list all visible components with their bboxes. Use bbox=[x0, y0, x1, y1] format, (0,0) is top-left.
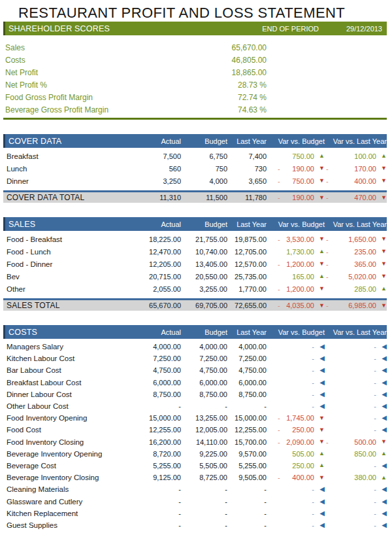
score-row[interactable]: Net Profit % 28.73 % bbox=[0, 78, 392, 91]
var-vs-budget-cell: - 2,090.00 ▼ bbox=[267, 438, 325, 446]
table-row[interactable]: Guest Supplies - - - - ◀ - ◀ bbox=[3, 519, 387, 531]
var-vs-last-year-cell: - 470.00 ▼ bbox=[325, 194, 387, 201]
trend-icon: ▲ bbox=[380, 286, 387, 292]
var-value: 470.00 bbox=[331, 194, 376, 201]
table-row[interactable]: Dinner 3,250 4,000 3,650 - 750.00 ▼ - 40… bbox=[3, 175, 387, 187]
minus-sign: - bbox=[278, 474, 282, 481]
table-row[interactable]: Beverage Inventory Closing 9,125.00 8,72… bbox=[3, 472, 387, 483]
last-year-value: 9,570.00 bbox=[227, 450, 267, 458]
table-row[interactable]: Bev 20,715.00 20,550.00 25,735.00 165.00… bbox=[3, 270, 387, 283]
score-row[interactable]: Sales 65,670.00 bbox=[0, 41, 392, 54]
actual-value: 7,250.00 bbox=[132, 355, 181, 362]
var-vs-last-year-cell: - ◀ bbox=[325, 521, 387, 529]
var-value: 1,730.00 bbox=[282, 248, 314, 256]
trend-icon: ▼ bbox=[380, 273, 387, 279]
table-row[interactable]: Dinner Labour Cost 8,750.00 8,750.00 8,7… bbox=[3, 389, 387, 400]
table-row[interactable]: Food - Breakfast 18,225.00 21,755.00 19,… bbox=[3, 233, 387, 245]
sales-total-row[interactable]: SALES TOTAL 65,670.00 69,705.00 72,655.0… bbox=[3, 298, 387, 311]
column-header-var-vs-last-year: Var vs. Last Year bbox=[325, 328, 387, 336]
trend-icon: ▼ bbox=[318, 475, 325, 481]
row-label: Food Inventory Closing bbox=[5, 438, 132, 446]
var-vs-budget-cell: - 750.00 ▼ bbox=[267, 177, 325, 185]
shareholder-scores-header: SHAREHOLDER SCORES END OF PERIOD 29/12/2… bbox=[3, 22, 387, 35]
row-label: Kitchen Replacement bbox=[5, 510, 132, 517]
trend-icon: ▼ bbox=[318, 165, 325, 171]
table-row[interactable]: Breakfast 7,500 6,750 7,400 750.00 ▲ 100… bbox=[3, 150, 387, 162]
var-vs-last-year-cell: 100.00 ▲ bbox=[325, 152, 387, 160]
score-label: Net Profit bbox=[0, 68, 38, 77]
actual-value: 12,470.00 bbox=[132, 248, 181, 256]
trend-icon: ▼ bbox=[318, 427, 325, 433]
table-row[interactable]: Food Inventory Opening 15,000.00 13,255.… bbox=[3, 412, 387, 424]
trend-icon: ◀ bbox=[318, 355, 325, 362]
minus-sign: - bbox=[278, 194, 282, 201]
table-row[interactable]: Lunch 560 750 730 - 190.00 ▼ - 170.00 ▼ bbox=[3, 162, 387, 175]
budget-value: 13,255.00 bbox=[181, 414, 227, 422]
end-of-period-label: END OF PERIOD bbox=[247, 25, 319, 33]
minus-sign: - bbox=[326, 177, 331, 185]
last-year-value: 8,750.00 bbox=[227, 390, 267, 398]
last-year-value: 6,000.00 bbox=[227, 379, 267, 387]
table-row[interactable]: Kitchen Labour Cost 7,250.00 7,250.00 7,… bbox=[3, 353, 387, 364]
minus-sign: - bbox=[278, 235, 282, 243]
actual-value: 4,000.00 bbox=[132, 343, 181, 351]
statement-tables: COVER DATA Actual Budget Last Year Var v… bbox=[0, 134, 392, 531]
score-value: 46,805.00 bbox=[232, 56, 267, 65]
cover-data-total-row[interactable]: COVER DATA TOTAL 11,310 11,500 11,780 - … bbox=[3, 190, 387, 203]
table-row[interactable]: Kitchen Replacement - - - - ◀ - ◀ bbox=[3, 508, 387, 519]
var-value: 2,090.00 bbox=[282, 438, 314, 446]
score-label: Sales bbox=[0, 43, 25, 52]
last-year-value: - bbox=[227, 402, 267, 410]
table-row[interactable]: Managers Salary 4,000.00 4,000.00 4,000.… bbox=[3, 341, 387, 353]
row-label: Dinner bbox=[5, 177, 132, 185]
table-row[interactable]: Cleaning Materials - - - - ◀ - ◀ bbox=[3, 483, 387, 495]
section-title: SALES bbox=[5, 220, 132, 229]
var-value: 750.00 bbox=[282, 152, 314, 160]
table-row[interactable]: Beverage Inventory Opening 8,720.00 9,22… bbox=[3, 448, 387, 460]
table-row[interactable]: Glassware and Cutlery - - - - ◀ - ◀ bbox=[3, 495, 387, 507]
var-value: 285.00 bbox=[331, 285, 376, 293]
actual-value: 7,500 bbox=[132, 152, 181, 160]
table-row[interactable]: Beverage Cost 5,255.00 5,505.00 5,255.00… bbox=[3, 460, 387, 472]
var-value: 3,530.00 bbox=[282, 235, 314, 243]
table-row[interactable]: Breakfast Labour Cost 6,000.00 6,000.00 … bbox=[3, 377, 387, 389]
var-value: - bbox=[282, 390, 314, 398]
budget-value: - bbox=[181, 510, 227, 517]
table-row[interactable]: Food Inventory Closing 16,200.00 14,110.… bbox=[3, 436, 387, 448]
actual-value: - bbox=[132, 510, 181, 517]
var-value: - bbox=[331, 379, 376, 387]
table-row[interactable]: Other 2,055.00 3,255.00 1,770.00 - 1,200… bbox=[3, 283, 387, 295]
var-value: - bbox=[331, 366, 376, 374]
score-row[interactable]: Beverage Gross Profit Margin 74.63 % bbox=[0, 103, 392, 116]
var-vs-last-year-cell: - ◀ bbox=[325, 462, 387, 470]
actual-value: 65,670.00 bbox=[132, 302, 181, 309]
minus-sign: - bbox=[326, 260, 331, 268]
var-vs-budget-cell: - ◀ bbox=[267, 521, 325, 529]
score-row[interactable]: Food Gross Profit Margin 72.74 % bbox=[0, 91, 392, 103]
var-vs-last-year-cell: - 5,020.00 ▼ bbox=[325, 273, 387, 281]
column-header-actual: Actual bbox=[132, 328, 181, 336]
actual-value: 12,255.00 bbox=[132, 426, 181, 434]
var-value: - bbox=[331, 402, 376, 410]
column-header-budget: Budget bbox=[181, 137, 227, 145]
score-row[interactable]: Costs 46,805.00 bbox=[0, 54, 392, 66]
trend-icon: ◀ bbox=[380, 415, 387, 421]
table-row[interactable]: Other Labour Cost - - - - ◀ - ◀ bbox=[3, 400, 387, 412]
trend-icon: ▼ bbox=[318, 236, 325, 242]
row-label: Breakfast Labour Cost bbox=[5, 379, 132, 387]
table-row[interactable]: Bar Labour Cost 4,750.00 4,750.00 4,750.… bbox=[3, 364, 387, 376]
minus-sign: - bbox=[326, 194, 331, 201]
table-row[interactable]: Food - Lunch 12,470.00 10,740.00 12,705.… bbox=[3, 245, 387, 258]
var-vs-budget-cell: - 190.00 ▼ bbox=[267, 165, 325, 173]
actual-value: 2,055.00 bbox=[132, 285, 181, 293]
var-vs-last-year-cell: - ◀ bbox=[325, 498, 387, 506]
actual-value: 11,310 bbox=[132, 194, 181, 201]
table-row[interactable]: Food - Dinner 12,205.00 13,405.00 12,570… bbox=[3, 258, 387, 270]
row-label: Dinner Labour Cost bbox=[5, 390, 132, 398]
table-row[interactable]: Food Cost 12,255.00 12,005.00 12,255.00 … bbox=[3, 424, 387, 436]
var-vs-budget-cell: - 250.00 ▼ bbox=[267, 426, 325, 434]
row-label: Food Cost bbox=[5, 426, 132, 434]
score-row[interactable]: Net Profit 18,865.00 bbox=[0, 66, 392, 78]
budget-value: 69,705.00 bbox=[181, 302, 227, 309]
end-of-period-value[interactable]: 29/12/2013 bbox=[319, 25, 387, 33]
